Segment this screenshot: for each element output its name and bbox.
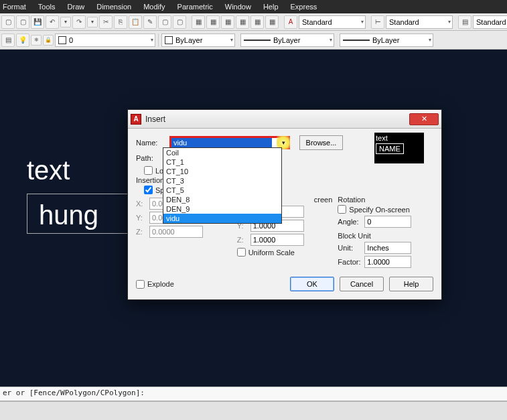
layer-lock-icon[interactable]: 🔒 bbox=[43, 35, 54, 46]
combo-value: Standard bbox=[476, 18, 506, 26]
angle-input[interactable] bbox=[364, 216, 411, 228]
paste-icon[interactable]: 📋 bbox=[129, 15, 142, 29]
dropdown-item[interactable]: CT_5 bbox=[163, 186, 281, 195]
app-icon: A bbox=[131, 114, 141, 125]
line-icon bbox=[343, 40, 370, 41]
line-icon bbox=[244, 40, 271, 41]
tool-button[interactable]: ▢ bbox=[16, 15, 29, 29]
tool-button[interactable]: ▢ bbox=[1, 15, 15, 29]
locate-checkbox[interactable] bbox=[144, 166, 153, 175]
linetype-combo[interactable]: ByLayer▾ bbox=[240, 33, 334, 47]
dropdown-item[interactable]: CT_3 bbox=[163, 176, 281, 186]
z-input[interactable] bbox=[149, 226, 203, 238]
block-preview: text NAME bbox=[374, 133, 424, 163]
copy-icon[interactable]: ⎘ bbox=[114, 15, 127, 29]
layer-combo[interactable]: 0▾ bbox=[55, 33, 155, 47]
menu-help[interactable]: Help bbox=[263, 3, 279, 11]
layer-icon[interactable]: ▤ bbox=[1, 33, 15, 47]
dropdown-item[interactable]: CT_1 bbox=[163, 157, 281, 167]
name-input[interactable] bbox=[171, 138, 272, 147]
match-icon[interactable]: ✎ bbox=[143, 15, 157, 29]
factor-label: Factor: bbox=[338, 258, 364, 266]
combo-value: 0 bbox=[69, 36, 73, 44]
toolbar-row-2: ▤ 💡 ❄ 🔒 0▾ ByLayer▾ ByLayer▾ ByLayer▾ bbox=[0, 31, 507, 50]
tool-button[interactable]: ▢ bbox=[158, 15, 171, 29]
tool-button[interactable]: ▢ bbox=[173, 15, 186, 29]
tool-button[interactable]: ▦ bbox=[206, 15, 220, 29]
command-line[interactable]: er or [Fence/WPolygon/CPolygon]: bbox=[0, 387, 507, 401]
menu-draw[interactable]: Draw bbox=[68, 3, 85, 11]
scale-z-input[interactable] bbox=[250, 234, 304, 246]
combo-value: Standard bbox=[302, 18, 332, 26]
dropdown-icon[interactable]: ▾ bbox=[87, 17, 98, 27]
z-label: Z: bbox=[136, 228, 149, 236]
combo-value: Standard bbox=[389, 18, 419, 26]
tool-button[interactable]: ▦ bbox=[265, 15, 279, 29]
tool-button[interactable]: ▦ bbox=[192, 15, 205, 29]
browse-button[interactable]: Browse... bbox=[299, 135, 343, 150]
menu-dimension[interactable]: Dimension bbox=[96, 3, 131, 11]
specify-onscreen-checkbox[interactable] bbox=[144, 186, 153, 194]
lineweight-combo[interactable]: ByLayer▾ bbox=[340, 33, 433, 47]
ok-button[interactable]: OK bbox=[290, 277, 334, 291]
menu-format[interactable]: Format bbox=[3, 3, 26, 11]
status-bar bbox=[0, 401, 507, 420]
name-label: Name: bbox=[136, 139, 169, 147]
uniform-scale-checkbox[interactable] bbox=[237, 248, 246, 257]
insert-dialog: A Insert ✕ Name: ▾ Browse... text NAME C… bbox=[127, 109, 442, 300]
tool-button[interactable]: ▦ bbox=[221, 15, 234, 29]
dropdown-item-selected[interactable]: vidu bbox=[163, 214, 281, 223]
rotation-group: Rotation Specify On-screen Angle: Block … bbox=[338, 196, 433, 270]
preview-name: NAME bbox=[376, 143, 404, 154]
dialog-title: Insert bbox=[145, 115, 165, 124]
name-dropdown-list[interactable]: Coil CT_1 CT_10 CT_3 CT_5 DEN_8 DEN_9 vi… bbox=[163, 147, 282, 224]
help-button[interactable]: Help bbox=[389, 277, 433, 291]
scale-screen-label: creen bbox=[314, 196, 333, 204]
rotation-heading: Rotation bbox=[338, 196, 433, 204]
color-swatch bbox=[58, 36, 66, 44]
dropdown-item[interactable]: Coil bbox=[163, 148, 281, 157]
menu-parametric[interactable]: Parametric bbox=[177, 3, 213, 11]
unit-input bbox=[364, 242, 411, 254]
dropdown-item[interactable]: DEN_9 bbox=[163, 204, 281, 214]
rotation-specify-checkbox[interactable] bbox=[338, 205, 346, 214]
menu-express[interactable]: Express bbox=[291, 3, 317, 11]
layer-freeze-icon[interactable]: ❄ bbox=[31, 35, 42, 46]
dim-style-icon[interactable]: ⊢ bbox=[371, 15, 384, 29]
scale-z-label: Z: bbox=[237, 236, 250, 244]
unit-label: Unit: bbox=[338, 244, 364, 252]
close-button[interactable]: ✕ bbox=[409, 113, 439, 125]
canvas-text: text bbox=[27, 155, 70, 186]
tool-button[interactable]: ▦ bbox=[236, 15, 249, 29]
cancel-button[interactable]: Cancel bbox=[340, 277, 384, 291]
dim-style-combo[interactable]: Standard▾ bbox=[386, 15, 453, 29]
table-style-combo[interactable]: Standard▾ bbox=[473, 15, 507, 29]
save-icon[interactable]: 💾 bbox=[31, 15, 44, 29]
undo-icon[interactable]: ↶ bbox=[46, 15, 59, 29]
menu-modify[interactable]: Modify bbox=[143, 3, 165, 11]
explode-label: Explode bbox=[147, 280, 174, 288]
preview-text: text bbox=[376, 134, 423, 142]
explode-checkbox[interactable] bbox=[136, 280, 145, 289]
x-label: X: bbox=[136, 200, 149, 208]
color-combo[interactable]: ByLayer▾ bbox=[161, 33, 235, 47]
dialog-titlebar[interactable]: A Insert ✕ bbox=[128, 110, 441, 129]
text-style-icon[interactable]: A bbox=[284, 15, 297, 29]
combo-value: ByLayer bbox=[175, 36, 202, 44]
layer-bulb-icon[interactable]: 💡 bbox=[16, 33, 29, 47]
tool-button[interactable]: ▦ bbox=[250, 15, 264, 29]
redo-icon[interactable]: ↷ bbox=[72, 15, 86, 29]
menu-bar: Format Tools Draw Dimension Modify Param… bbox=[0, 0, 507, 13]
menu-window[interactable]: Window bbox=[225, 3, 251, 11]
dropdown-item[interactable]: CT_10 bbox=[163, 167, 281, 176]
text-style-combo[interactable]: Standard▾ bbox=[299, 15, 366, 29]
dropdown-item[interactable]: DEN_8 bbox=[163, 195, 281, 204]
block-unit-heading: Block Unit bbox=[338, 232, 433, 240]
color-swatch bbox=[165, 36, 173, 44]
rotation-specify-label: Specify On-screen bbox=[349, 206, 409, 214]
cut-icon[interactable]: ✂ bbox=[99, 15, 113, 29]
menu-tools[interactable]: Tools bbox=[38, 3, 56, 11]
dropdown-icon[interactable]: ▾ bbox=[60, 17, 71, 27]
table-style-icon[interactable]: ▤ bbox=[458, 15, 472, 29]
command-area: er or [Fence/WPolygon/CPolygon]: bbox=[0, 387, 507, 420]
